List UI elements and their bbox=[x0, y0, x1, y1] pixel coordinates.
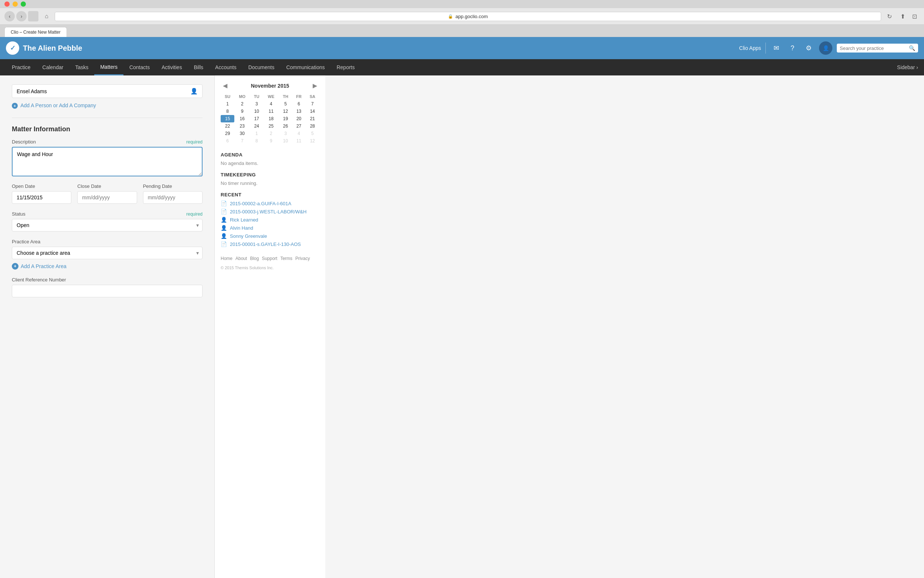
calendar-day[interactable]: 11 bbox=[263, 108, 279, 115]
browser-home-btn[interactable]: ⌂ bbox=[41, 11, 52, 21]
calendar-day[interactable]: 7 bbox=[234, 137, 250, 144]
nav-item-reports[interactable]: Reports bbox=[331, 59, 361, 75]
calendar-day[interactable]: 5 bbox=[306, 130, 319, 137]
calendar-day[interactable]: 26 bbox=[279, 122, 292, 130]
calendar-day[interactable]: 7 bbox=[306, 100, 319, 108]
calendar-day[interactable]: 2 bbox=[263, 130, 279, 137]
recent-person-link[interactable]: Rick Learned bbox=[230, 217, 258, 222]
recent-person-link[interactable]: Sonny Greenvale bbox=[230, 233, 267, 239]
calendar-day[interactable]: 12 bbox=[279, 108, 292, 115]
calendar-day[interactable]: 10 bbox=[279, 137, 292, 144]
calendar-day[interactable]: 13 bbox=[292, 108, 306, 115]
close-date-label: Close Date bbox=[77, 183, 137, 189]
add-company-link[interactable]: Add A Company bbox=[59, 102, 96, 108]
calendar-day[interactable]: 8 bbox=[221, 108, 234, 115]
calendar-day[interactable]: 29 bbox=[221, 130, 234, 137]
calendar-day[interactable]: 6 bbox=[221, 137, 234, 144]
practice-area-select[interactable]: Choose a practice area bbox=[12, 247, 202, 259]
recent-matter-link[interactable]: 2015-00002-a.GUIFA-I-601A bbox=[230, 201, 291, 206]
calendar-day[interactable]: 10 bbox=[250, 108, 263, 115]
nav-item-communications[interactable]: Communications bbox=[280, 59, 330, 75]
nav-item-tasks[interactable]: Tasks bbox=[69, 59, 94, 75]
search-icon[interactable]: 🔍 bbox=[909, 45, 915, 51]
notifications-icon[interactable]: ✉ bbox=[770, 42, 782, 54]
calendar-day[interactable]: 17 bbox=[250, 115, 263, 122]
calendar-day[interactable]: 8 bbox=[250, 137, 263, 144]
nav-item-contacts[interactable]: Contacts bbox=[123, 59, 155, 75]
calendar-day[interactable]: 3 bbox=[250, 100, 263, 108]
user-avatar[interactable]: 👤 bbox=[819, 41, 832, 55]
search-input[interactable] bbox=[840, 45, 907, 51]
calendar-day[interactable]: 25 bbox=[263, 122, 279, 130]
calendar-day[interactable]: 20 bbox=[292, 115, 306, 122]
sidebar-toggle[interactable]: Sidebar › bbox=[897, 64, 918, 70]
clio-apps-btn[interactable]: Clio Apps bbox=[739, 45, 761, 51]
calendar-day[interactable]: 21 bbox=[306, 115, 319, 122]
mac-min-btn[interactable] bbox=[13, 2, 18, 6]
browser-back-btn[interactable]: ‹ bbox=[5, 11, 15, 21]
settings-icon[interactable]: ⚙ bbox=[803, 42, 815, 54]
client-input[interactable] bbox=[17, 88, 190, 94]
calendar-day[interactable]: 12 bbox=[306, 137, 319, 144]
recent-matter-link[interactable]: 2015-00001-s.GAYLE-I-130-AOS bbox=[230, 242, 301, 247]
help-icon[interactable]: ? bbox=[786, 42, 798, 54]
footer-blog-link[interactable]: Blog bbox=[250, 256, 259, 261]
mac-close-btn[interactable] bbox=[5, 2, 10, 6]
calendar-day[interactable]: 9 bbox=[234, 108, 250, 115]
calendar-day[interactable]: 9 bbox=[263, 137, 279, 144]
calendar-day[interactable]: 18 bbox=[263, 115, 279, 122]
add-practice-area-link[interactable]: + Add A Practice Area bbox=[12, 263, 202, 270]
browser-tabs-btn[interactable] bbox=[28, 11, 39, 21]
nav-item-documents[interactable]: Documents bbox=[243, 59, 280, 75]
pending-date-input[interactable] bbox=[143, 191, 202, 204]
footer-terms-link[interactable]: Terms bbox=[280, 256, 292, 261]
calendar-day[interactable]: 14 bbox=[306, 108, 319, 115]
nav-item-matters[interactable]: Matters bbox=[94, 59, 123, 75]
calendar-day[interactable]: 5 bbox=[279, 100, 292, 108]
browser-resize-btn[interactable]: ⊡ bbox=[909, 11, 919, 21]
description-textarea[interactable]: Wage and Hour bbox=[12, 147, 202, 176]
browser-url-bar[interactable]: 🔒 app.goclio.com bbox=[55, 12, 881, 21]
calendar-day[interactable]: 30 bbox=[234, 130, 250, 137]
calendar-day[interactable]: 23 bbox=[234, 122, 250, 130]
app-logo[interactable]: ✓ The Alien Pebble bbox=[6, 41, 82, 55]
footer-home-link[interactable]: Home bbox=[221, 256, 233, 261]
calendar-day[interactable]: 1 bbox=[221, 100, 234, 108]
browser-forward-btn[interactable]: › bbox=[16, 11, 27, 21]
calendar-day[interactable]: 19 bbox=[279, 115, 292, 122]
calendar-day[interactable]: 27 bbox=[292, 122, 306, 130]
calendar-day[interactable]: 15 bbox=[221, 115, 234, 122]
nav-item-accounts[interactable]: Accounts bbox=[209, 59, 243, 75]
footer-privacy-link[interactable]: Privacy bbox=[295, 256, 310, 261]
client-ref-input[interactable] bbox=[12, 285, 202, 297]
nav-item-bills[interactable]: Bills bbox=[188, 59, 209, 75]
calendar-next-btn[interactable]: ▶ bbox=[311, 81, 319, 90]
calendar-day[interactable]: 1 bbox=[250, 130, 263, 137]
nav-item-calendar[interactable]: Calendar bbox=[37, 59, 70, 75]
footer-about-link[interactable]: About bbox=[235, 256, 247, 261]
calendar-day[interactable]: 11 bbox=[292, 137, 306, 144]
browser-tab-active[interactable]: Clio – Create New Matter bbox=[5, 27, 67, 37]
status-select[interactable]: Open Pending Closed bbox=[12, 219, 202, 232]
open-date-input[interactable] bbox=[12, 191, 71, 204]
calendar-day[interactable]: 16 bbox=[234, 115, 250, 122]
calendar-day[interactable]: 6 bbox=[292, 100, 306, 108]
recent-person-link[interactable]: Alvin Hand bbox=[230, 225, 253, 231]
calendar-day[interactable]: 4 bbox=[263, 100, 279, 108]
add-person-link[interactable]: Add A Person bbox=[20, 102, 52, 108]
browser-reload-btn[interactable]: ↻ bbox=[884, 11, 895, 21]
close-date-input[interactable] bbox=[77, 191, 137, 204]
calendar-day[interactable]: 3 bbox=[279, 130, 292, 137]
nav-item-activities[interactable]: Activities bbox=[155, 59, 188, 75]
recent-matter-link[interactable]: 2015-00003-j.WESTL-LABOR/W&H bbox=[230, 209, 306, 214]
calendar-day[interactable]: 2 bbox=[234, 100, 250, 108]
browser-share-btn[interactable]: ⬆ bbox=[897, 11, 908, 21]
calendar-day[interactable]: 28 bbox=[306, 122, 319, 130]
calendar-prev-btn[interactable]: ◀ bbox=[221, 81, 230, 90]
mac-max-btn[interactable] bbox=[21, 2, 26, 6]
nav-item-practice[interactable]: Practice bbox=[6, 59, 37, 75]
calendar-day[interactable]: 4 bbox=[292, 130, 306, 137]
calendar-day[interactable]: 24 bbox=[250, 122, 263, 130]
footer-support-link[interactable]: Support bbox=[262, 256, 277, 261]
calendar-day[interactable]: 22 bbox=[221, 122, 234, 130]
